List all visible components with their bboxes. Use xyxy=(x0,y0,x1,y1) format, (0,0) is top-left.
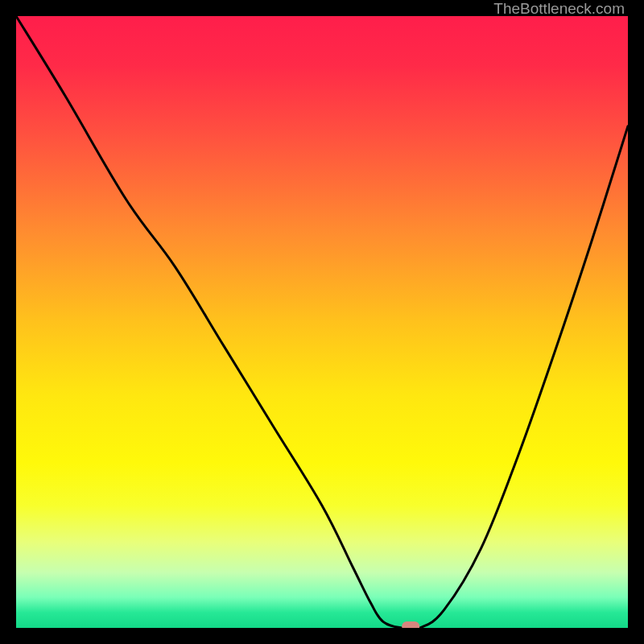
bottleneck-chart xyxy=(16,16,628,628)
chart-svg xyxy=(16,16,628,628)
svg-rect-0 xyxy=(402,621,419,628)
gradient-background xyxy=(16,16,628,628)
watermark-text: TheBottleneck.com xyxy=(493,0,625,18)
optimal-marker xyxy=(402,621,419,628)
